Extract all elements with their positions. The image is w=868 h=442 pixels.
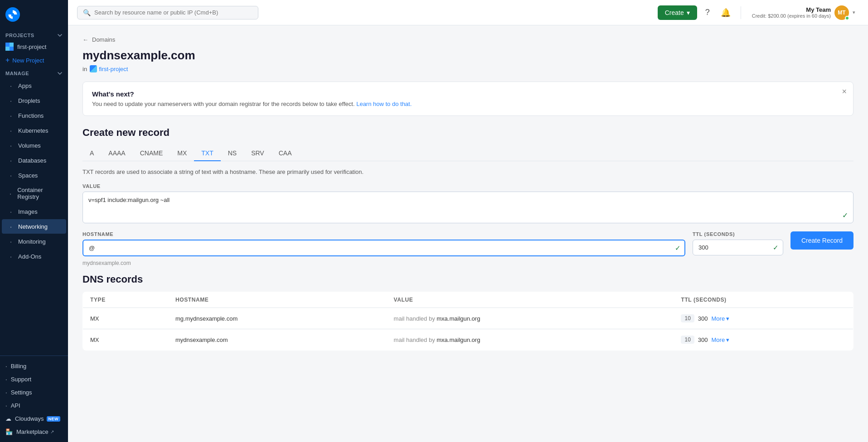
databases-icon: ·	[7, 157, 15, 164]
col-type: Type	[83, 292, 168, 308]
new-badge: NEW	[47, 416, 60, 422]
table-row: MX mg.mydnsexample.com mail handled by m…	[83, 308, 853, 329]
project-link[interactable]: first-project	[90, 65, 128, 72]
page-subtitle: in first-project	[82, 65, 853, 72]
record-tab-caa[interactable]: CAA	[272, 146, 299, 161]
priority-badge: 10	[681, 336, 694, 344]
banner-text: You need to update your nameservers with…	[92, 101, 844, 107]
chevron-down-icon: ▾	[687, 9, 690, 16]
record-tab-txt[interactable]: TXT	[194, 146, 220, 161]
record-tab-cname[interactable]: CNAME	[133, 146, 170, 161]
record-tab-mx[interactable]: MX	[170, 146, 194, 161]
billing-icon: ·	[5, 363, 7, 370]
sidebar-item-images[interactable]: · Images	[2, 204, 66, 219]
record-type: MX	[83, 308, 168, 329]
sidebar-item-label: Monitoring	[18, 238, 46, 245]
col-value: Value	[387, 292, 674, 308]
create-record-title: Create new record	[82, 127, 853, 139]
spaces-icon: ·	[7, 172, 15, 179]
ttl-label: TTL (SECONDS)	[693, 231, 783, 237]
record-ttl: 10 300 More ▾	[674, 308, 853, 329]
user-credit: Credit: $200.00 (expires in 60 days)	[752, 13, 831, 19]
sidebar-project[interactable]: first-project	[0, 40, 68, 53]
sidebar-bottom: · Billing· Support· Settings· API ☁ Clou…	[0, 356, 68, 442]
sidebar-item-label: Functions	[18, 112, 44, 119]
online-badge	[845, 16, 849, 20]
plus-icon: +	[5, 56, 10, 64]
sidebar-item-support[interactable]: · Support	[0, 373, 68, 386]
record-ttl: 10 300 More ▾	[674, 329, 853, 351]
avatar: MT	[834, 5, 849, 20]
record-tab-srv[interactable]: SRV	[244, 146, 272, 161]
record-hostname: mydnsexample.com	[168, 329, 387, 351]
create-record-button[interactable]: Create Record	[790, 231, 853, 250]
banner-title: What's next?	[92, 90, 844, 98]
sidebar-item-add-ons[interactable]: · Add-Ons	[2, 249, 66, 264]
svg-point-0	[5, 7, 20, 22]
kubernetes-icon: ·	[7, 127, 15, 134]
banner-learn-link[interactable]: Learn how to do that.	[356, 101, 412, 107]
new-project-button[interactable]: + New Project	[0, 53, 68, 67]
value-field-wrapper: ✓	[82, 192, 853, 225]
sidebar-item-apps[interactable]: · Apps	[2, 78, 66, 93]
search-input[interactable]	[94, 9, 252, 16]
sidebar-item-cloudways[interactable]: ☁ Cloudways NEW	[0, 412, 68, 425]
value-input[interactable]	[82, 192, 853, 223]
hostname-check-icon: ✓	[675, 244, 681, 252]
sidebar-item-label: Volumes	[18, 142, 41, 149]
record-tab-a[interactable]: A	[82, 146, 101, 161]
sidebar-item-container-registry[interactable]: · Container Registry	[2, 183, 66, 204]
svg-rect-2	[5, 43, 10, 47]
project-icon	[5, 43, 14, 51]
chevron-down-icon: ▾	[726, 336, 729, 343]
hostname-input[interactable]	[82, 240, 685, 256]
record-tab-ns[interactable]: NS	[221, 146, 244, 161]
breadcrumb-link[interactable]: Domains	[92, 36, 115, 43]
user-area[interactable]: My Team Credit: $200.00 (expires in 60 d…	[748, 4, 859, 22]
sidebar-item-billing[interactable]: · Billing	[0, 360, 68, 373]
ttl-input[interactable]	[693, 240, 783, 255]
sidebar-item-volumes[interactable]: · Volumes	[2, 138, 66, 153]
create-button[interactable]: Create ▾	[658, 5, 697, 20]
sidebar-item-label: Images	[18, 208, 38, 215]
project-link-icon	[90, 65, 97, 72]
notifications-button[interactable]: 🔔	[718, 5, 733, 20]
sidebar-item-api[interactable]: · API	[0, 399, 68, 412]
sidebar-item-settings[interactable]: · Settings	[0, 386, 68, 399]
col-ttl-(seconds): TTL (seconds)	[674, 292, 853, 308]
hostname-hint: mydnsexample.com	[82, 260, 853, 266]
sidebar-item-networking[interactable]: · Networking	[2, 219, 66, 234]
functions-icon: ·	[7, 112, 15, 119]
networking-icon: ·	[7, 223, 15, 230]
apps-icon: ·	[7, 82, 15, 89]
page-title: mydnsexample.com	[82, 48, 853, 62]
add-ons-icon: ·	[7, 253, 15, 260]
banner-close-button[interactable]: ×	[842, 87, 847, 96]
record-value: mail handled by mxa.mailgun.org	[387, 308, 674, 329]
user-name: My Team	[752, 6, 831, 13]
api-icon: ·	[5, 402, 7, 409]
priority-badge: 10	[681, 314, 694, 322]
sidebar-item-droplets[interactable]: · Droplets	[2, 93, 66, 108]
sidebar-item-functions[interactable]: · Functions	[2, 108, 66, 123]
record-value: mail handled by mxa.mailgun.org	[387, 329, 674, 351]
sidebar-item-kubernetes[interactable]: · Kubernetes	[2, 123, 66, 138]
svg-rect-3	[10, 43, 14, 47]
sidebar-item-databases[interactable]: · Databases	[2, 153, 66, 168]
sidebar: PROJECTS first-project + New Project MAN…	[0, 0, 68, 442]
back-arrow-icon: ←	[82, 36, 88, 43]
volumes-icon: ·	[7, 142, 15, 149]
help-button[interactable]: ?	[703, 5, 713, 20]
logo[interactable]	[0, 0, 68, 29]
sidebar-item-monitoring[interactable]: · Monitoring	[2, 234, 66, 249]
more-button[interactable]: More ▾	[712, 315, 730, 322]
sidebar-item-marketplace[interactable]: 🏪 Marketplace ↗	[0, 425, 68, 438]
record-tab-aaaa[interactable]: AAAA	[101, 146, 132, 161]
search-box[interactable]: 🔍	[77, 6, 258, 19]
svg-rect-5	[10, 47, 14, 51]
sidebar-item-label: Kubernetes	[18, 127, 48, 134]
sidebar-item-spaces[interactable]: · Spaces	[2, 168, 66, 183]
breadcrumb: ← Domains	[82, 36, 853, 43]
more-button[interactable]: More ▾	[712, 336, 730, 343]
sidebar-item-label: Spaces	[18, 172, 38, 179]
